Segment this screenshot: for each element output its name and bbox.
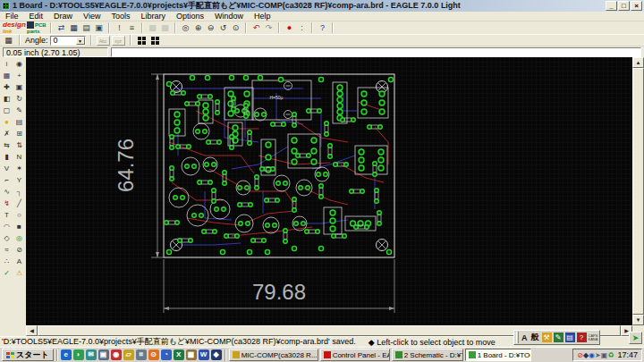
blocked-icon[interactable]: ⊘ (577, 351, 583, 359)
miter-icon[interactable]: ⌐ (1, 174, 13, 186)
messenger-status-icon[interactable]: ◉ (589, 351, 595, 359)
drc-icon[interactable]: ✓ (1, 267, 13, 279)
arc-icon[interactable]: ◠ (1, 221, 13, 232)
traffic-icon[interactable]: : (296, 22, 308, 34)
change-icon[interactable]: ✎ (13, 105, 25, 116)
vertical-scroll-thumb[interactable] (632, 68, 644, 315)
ime-toolbox-icon[interactable]: ⚒ (542, 333, 552, 342)
via-icon[interactable]: ◎ (13, 232, 25, 244)
ime-kana-icon[interactable]: ? (577, 333, 587, 342)
zoom-in-icon[interactable]: ⊕ (192, 22, 204, 34)
task-board[interactable]: 1 Board - D:¥TOO... (465, 349, 531, 361)
save-icon[interactable]: ▦ (68, 22, 80, 34)
optimize-icon[interactable]: ∿ (1, 186, 13, 198)
scroll-left-icon[interactable]: ◀ (26, 325, 38, 336)
excel-icon[interactable]: X (174, 349, 184, 360)
help-icon[interactable]: ? (317, 22, 328, 34)
close-button[interactable]: × (631, 1, 642, 11)
mediaplayer-icon[interactable]: ▣ (98, 349, 109, 360)
stop-icon[interactable]: ● (284, 22, 295, 34)
param-button-b[interactable]: xyz (112, 36, 125, 46)
ime-drag-handle[interactable] (516, 332, 519, 343)
zoom-fit-icon[interactable]: ◎ (180, 22, 191, 34)
computer-icon[interactable]: ⌗ (136, 349, 147, 360)
scroll-down-icon[interactable]: ▼ (632, 315, 644, 325)
board-schematic-icon[interactable]: ⇄ (55, 22, 67, 34)
browser-icon[interactable]: ◔ (161, 349, 172, 360)
paste-icon[interactable]: ▤ (13, 116, 25, 128)
replace-icon[interactable]: ⇅ (13, 139, 25, 151)
display-icon[interactable]: ▦ (1, 70, 13, 81)
ripup-icon[interactable]: ↯ (1, 198, 13, 209)
mirror-icon[interactable]: ◧ (1, 93, 13, 105)
info-icon[interactable]: i (1, 58, 13, 70)
menu-draw[interactable]: Draw (48, 12, 78, 21)
pinswap-icon[interactable]: ⇆ (1, 139, 13, 151)
ime-language-bar[interactable]: A 般 ⚒ ✎ ▤ ? CAPSKANA (513, 330, 600, 345)
show-icon[interactable]: ◉ (13, 58, 25, 70)
grid-button[interactable]: ▦ (3, 35, 14, 46)
move-icon[interactable]: ✚ (1, 81, 13, 93)
app-icon[interactable]: ◆ (211, 349, 222, 360)
ime-conversion-mode[interactable]: 般 (530, 332, 540, 343)
menu-view[interactable]: View (78, 12, 106, 21)
menu-library[interactable]: Library (135, 12, 171, 21)
ime-pen-icon[interactable]: ✎ (554, 333, 564, 342)
ratsnest-icon[interactable]: ∴ (1, 256, 13, 267)
run-script-icon[interactable]: ! (114, 22, 125, 34)
redo-icon[interactable]: ↷ (263, 22, 275, 34)
route-icon[interactable]: ┐ (13, 186, 25, 198)
library-icon[interactable]: ≡ (126, 22, 138, 34)
zoom-out-icon[interactable]: ⊖ (205, 22, 216, 34)
board-canvas[interactable]: 64.7679.68H=50μ (26, 57, 632, 325)
restore-button[interactable]: □ (618, 1, 630, 11)
ime-input-mode[interactable]: A (521, 333, 529, 342)
wire-icon[interactable]: ╱ (13, 198, 25, 209)
errors-icon[interactable]: ⚠ (13, 267, 25, 279)
firefox-icon[interactable]: ʘ (148, 349, 159, 360)
polygon-icon[interactable]: ◇ (1, 232, 13, 244)
opera-icon[interactable]: ◉ (111, 349, 122, 360)
menu-options[interactable]: Options (171, 12, 209, 21)
task-folder[interactable]: MIC-COMP(ca3028 R... (229, 349, 318, 361)
mark-icon[interactable]: + (13, 70, 25, 81)
zoom-redraw-icon[interactable]: ↺ (217, 22, 229, 34)
add-icon[interactable]: ⊞ (13, 128, 25, 139)
rotate-icon[interactable]: ↻ (13, 93, 25, 105)
vertical-scrollbar[interactable]: ▲ ▼ (632, 57, 644, 325)
smash-icon[interactable]: ✶ (13, 163, 25, 174)
pad-pattern-button[interactable] (136, 35, 148, 46)
command-input[interactable] (111, 47, 641, 57)
word-icon[interactable]: W (199, 349, 209, 360)
via-pattern-button[interactable] (149, 35, 161, 46)
messenger-icon[interactable]: ◗ (73, 349, 84, 360)
ime-minimize-icon[interactable]: ➤ (629, 332, 642, 344)
chevron-down-icon[interactable]: ▼ (76, 37, 85, 45)
menu-tools[interactable]: Tools (106, 12, 135, 21)
zoom-select-icon[interactable]: ⊙ (230, 22, 242, 34)
task-schematic[interactable]: 2 Schematic - D:¥TO... (392, 349, 463, 361)
name-icon[interactable]: N (13, 151, 25, 163)
ie-icon[interactable]: e (61, 349, 72, 360)
ime-dictionary-icon[interactable]: ▤ (565, 333, 575, 342)
undo-icon[interactable]: ↶ (250, 22, 262, 34)
scroll-up-icon[interactable]: ▲ (632, 57, 644, 68)
auto-icon[interactable]: A (13, 256, 25, 267)
mail-icon[interactable]: ✉ (86, 349, 97, 360)
menu-window[interactable]: Window (209, 12, 249, 21)
hole-icon[interactable]: ⊘ (13, 244, 25, 256)
menu-edit[interactable]: Edit (24, 12, 49, 21)
value-icon[interactable]: V (1, 163, 13, 174)
start-button[interactable]: スタート (2, 349, 54, 361)
photo-icon[interactable]: ▦ (186, 349, 197, 360)
cam-processor-icon[interactable]: ▣ (93, 22, 105, 34)
print-icon[interactable]: ▤ (80, 22, 92, 34)
param-button-a[interactable]: Abc (97, 36, 110, 46)
network-icon[interactable]: ➤ (595, 351, 601, 359)
split-icon[interactable]: Y (13, 174, 25, 186)
group-icon[interactable]: ▢ (1, 105, 13, 116)
task-control-panel[interactable]: Control Panel - EAGL... (320, 349, 390, 361)
circle-icon[interactable]: ○ (13, 209, 25, 221)
update-icon[interactable]: ♻ (607, 351, 614, 359)
cut-icon[interactable]: ● (1, 116, 13, 128)
